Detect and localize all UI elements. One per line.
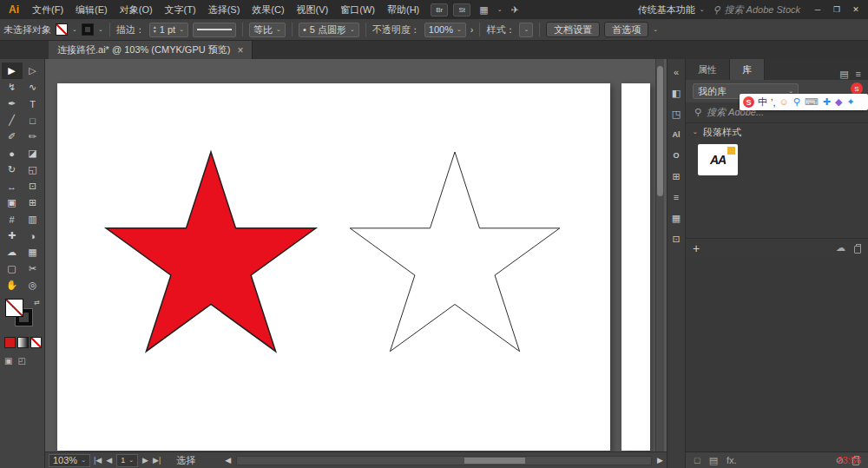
pencil-tool[interactable]: ✏ [23, 129, 43, 145]
vertical-scrollbar-thumb[interactable] [657, 66, 663, 196]
panel-menu-icon[interactable]: ≡ [856, 69, 861, 80]
emoji-icon[interactable]: ☺ [779, 94, 789, 110]
menu-item-object[interactable]: 对象(O) [114, 0, 159, 19]
artboard-tool[interactable]: ▢ [2, 260, 23, 277]
menu-item-effect[interactable]: 效果(C) [246, 0, 290, 19]
stroke-weight-input[interactable]: ▴▾ 1 pt ⌄ [149, 23, 188, 37]
scroll-right-icon[interactable]: ▶ [657, 456, 663, 465]
last-artboard-icon[interactable]: ▶| [153, 456, 161, 465]
hand-tool[interactable]: ✋ [2, 277, 23, 293]
artboard-number-control[interactable]: 1 ⌄ [116, 454, 138, 467]
stock-icon[interactable]: St [453, 3, 470, 16]
fill-indicator[interactable] [5, 299, 23, 317]
stroke-chevron-icon[interactable]: ⌄ [98, 26, 103, 33]
menu-item-window[interactable]: 窗口(W) [334, 0, 381, 19]
toolbox-icon[interactable]: ✚ [823, 94, 831, 110]
scale-tool[interactable]: ◱ [23, 161, 43, 178]
stroke-style-dropdown[interactable] [193, 23, 236, 37]
perspective-grid-tool[interactable]: ⊞ [23, 194, 43, 211]
sogou-logo-icon[interactable]: S [743, 96, 754, 108]
magic-wand-tool[interactable]: ↯ [2, 79, 23, 96]
zoom-control[interactable]: 103% ⌄ [49, 454, 90, 467]
vertical-scrollbar[interactable] [655, 59, 664, 452]
screen-mode-icon[interactable]: ◰ [17, 356, 25, 366]
type-tool[interactable]: T [23, 96, 43, 112]
drawing-mode-icon[interactable]: ▣ [4, 356, 12, 366]
direct-selection-tool[interactable]: ▷ [23, 63, 43, 79]
pen-tool[interactable]: ✒ [2, 96, 23, 112]
rotate-tool[interactable]: ↻ [2, 161, 23, 178]
slice-tool[interactable]: ✂ [23, 260, 43, 277]
fx-icon[interactable]: fx. [727, 455, 737, 465]
color-button[interactable] [4, 337, 16, 348]
none-button[interactable] [30, 337, 42, 348]
new-rect-icon[interactable]: □ [694, 455, 700, 465]
line-segment-tool[interactable]: ╱ [2, 112, 23, 129]
stock-search-input[interactable]: ⚲ 搜索 Adobe Stock [713, 3, 801, 16]
stroke-panel-icon[interactable]: O [667, 145, 685, 166]
minimize-button[interactable]: ─ [809, 2, 826, 17]
menu-item-help[interactable]: 帮助(H) [381, 0, 425, 19]
list-view-icon[interactable]: ▤ [709, 455, 718, 466]
skin-icon[interactable]: ◆ [835, 94, 842, 110]
rectangle-tool[interactable]: □ [23, 112, 43, 129]
canvas-area[interactable]: 103% ⌄ |◀ ◀ 1 ⌄ ▶ ▶| 选择 ◀ ▶ [45, 59, 667, 468]
paragraph-styles-section[interactable]: ⌄ 段落样式 [686, 123, 868, 141]
workspace-switcher[interactable]: 传统基本功能 ⌄ [638, 3, 705, 16]
panel-list-icon[interactable]: ▤ [839, 69, 848, 80]
fill-chevron-icon[interactable]: ⌄ [72, 26, 77, 33]
width-tool[interactable]: ↔ [2, 178, 23, 194]
gradient-tool[interactable]: ▥ [23, 211, 43, 227]
transform-icon[interactable]: ⊞ [667, 166, 685, 187]
blend-tool[interactable]: ◑ [23, 227, 43, 244]
next-artboard-icon[interactable]: ▶ [142, 456, 148, 465]
wrench-icon[interactable]: ✦ [846, 94, 854, 110]
first-artboard-icon[interactable]: |◀ [94, 456, 102, 465]
stepper-icons[interactable]: ▴▾ [154, 25, 156, 34]
menu-item-file[interactable]: 文件(F) [26, 0, 69, 19]
share-icon[interactable]: ✈ [511, 4, 519, 16]
menu-item-select[interactable]: 选择(S) [202, 0, 247, 19]
close-button[interactable]: ✕ [847, 2, 865, 17]
eyedropper-tool[interactable]: ✚ [2, 227, 23, 244]
ai-cc-icon[interactable]: Al [667, 124, 685, 145]
opacity-input[interactable]: 100% ⌄ [424, 23, 466, 37]
paintbrush-tool[interactable]: ✐ [2, 129, 23, 145]
selection-tool[interactable]: ▶ [2, 63, 23, 79]
zoom-tool[interactable]: ◎ [23, 277, 43, 293]
white-star[interactable] [350, 152, 560, 352]
menu-item-view[interactable]: 视图(V) [291, 0, 335, 19]
swap-fill-stroke-icon[interactable]: ⇄ [34, 299, 40, 307]
horizontal-scrollbar[interactable] [236, 456, 652, 465]
restore-button[interactable]: ❐ [828, 2, 845, 17]
column-graph-tool[interactable]: ▦ [23, 244, 43, 260]
red-star[interactable] [106, 152, 316, 352]
keyboard-icon[interactable]: ⌨ [805, 94, 819, 110]
sync-status-icon[interactable]: S [851, 82, 863, 95]
fill-color-swatch[interactable] [56, 23, 68, 36]
delete-item-icon[interactable] [854, 246, 861, 254]
paragraph-style-item[interactable]: AA [698, 144, 738, 175]
style-dropdown[interactable]: ⌄ [519, 23, 533, 37]
prev-artboard-icon[interactable]: ◀ [106, 456, 112, 465]
bridge-icon[interactable]: Br [431, 3, 448, 16]
mesh-tool[interactable]: # [2, 211, 23, 227]
menu-item-edit[interactable]: 编辑(E) [69, 0, 114, 19]
shape-properties-icon[interactable]: ◧ [667, 82, 685, 103]
ime-punct-toggle[interactable]: ’, [771, 97, 776, 108]
symbol-sprayer-tool[interactable]: ☁ [2, 244, 23, 260]
lasso-tool[interactable]: ∿ [23, 79, 43, 96]
tab-libraries[interactable]: 库 [730, 59, 765, 80]
shape-builder-tool[interactable]: ▣ [2, 194, 23, 211]
collapse-panels-icon[interactable]: « [667, 62, 685, 82]
document-tab[interactable]: 连接路径.ai* @ 103% (CMYK/GPU 预览) × [49, 41, 253, 59]
eraser-tool[interactable]: ◪ [23, 145, 43, 161]
brush-dropdown[interactable]: • 5 点圆形 ⌄ [299, 23, 359, 37]
mic-icon[interactable]: ⚲ [793, 94, 800, 110]
document-setup-button[interactable]: 文档设置 [546, 22, 600, 37]
scroll-left-icon[interactable]: ◀ [225, 456, 231, 465]
stroke-color-swatch[interactable] [82, 23, 94, 36]
tab-properties[interactable]: 属性 [686, 59, 730, 80]
symbols-icon[interactable]: ⊡ [667, 228, 685, 249]
blob-brush-tool[interactable]: ● [2, 145, 23, 161]
